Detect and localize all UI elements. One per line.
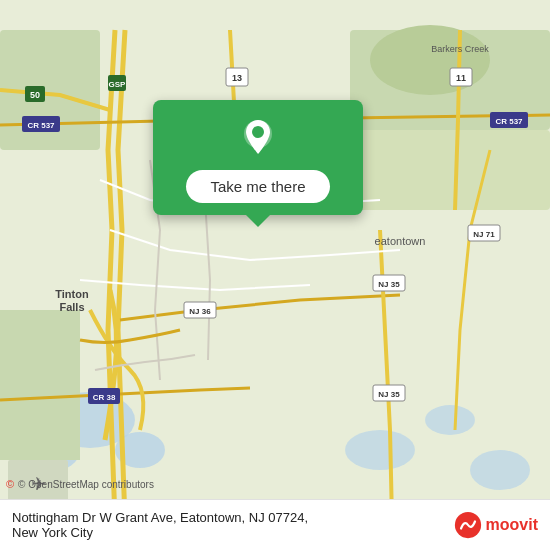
svg-rect-8	[350, 130, 550, 210]
svg-point-40	[252, 126, 264, 138]
address-line1: Nottingham Dr W Grant Ave, Eatontown, NJ…	[12, 510, 308, 525]
svg-text:Barkers Creek: Barkers Creek	[431, 44, 489, 54]
map-container: GSP 50 13 11 CR 537 CR 537 NJ 71 NJ 36 N…	[0, 0, 550, 550]
osm-attribution: © © OpenStreetMap contributors	[6, 478, 154, 490]
moovit-text: moovit	[486, 516, 538, 534]
svg-point-5	[470, 450, 530, 490]
map-svg: GSP 50 13 11 CR 537 CR 537 NJ 71 NJ 36 N…	[0, 0, 550, 550]
location-pin-icon	[236, 116, 280, 160]
svg-rect-10	[0, 310, 80, 460]
svg-text:NJ 35: NJ 35	[378, 280, 400, 289]
svg-text:NJ 35: NJ 35	[378, 390, 400, 399]
svg-text:NJ 71: NJ 71	[473, 230, 495, 239]
svg-text:GSP: GSP	[109, 80, 127, 89]
svg-text:Tinton: Tinton	[55, 288, 89, 300]
svg-text:eatontown: eatontown	[375, 235, 426, 247]
svg-text:50: 50	[30, 90, 40, 100]
bottom-bar: Nottingham Dr W Grant Ave, Eatontown, NJ…	[0, 499, 550, 550]
svg-text:13: 13	[232, 73, 242, 83]
osm-credit-text: © OpenStreetMap contributors	[18, 479, 154, 490]
svg-text:CR 38: CR 38	[93, 393, 116, 402]
moovit-logo: moovit	[454, 511, 538, 539]
address-line2: New York City	[12, 525, 308, 540]
svg-text:CR 537: CR 537	[27, 121, 55, 130]
take-me-there-button[interactable]: Take me there	[186, 170, 329, 203]
svg-text:Falls: Falls	[59, 301, 84, 313]
moovit-logo-icon	[454, 511, 482, 539]
svg-point-4	[425, 405, 475, 435]
address-block: Nottingham Dr W Grant Ave, Eatontown, NJ…	[12, 510, 308, 540]
svg-text:11: 11	[456, 73, 466, 83]
svg-text:NJ 36: NJ 36	[189, 307, 211, 316]
location-popup: Take me there	[153, 100, 363, 215]
osm-logo-icon: ©	[6, 478, 14, 490]
svg-text:CR 537: CR 537	[495, 117, 523, 126]
svg-point-3	[345, 430, 415, 470]
